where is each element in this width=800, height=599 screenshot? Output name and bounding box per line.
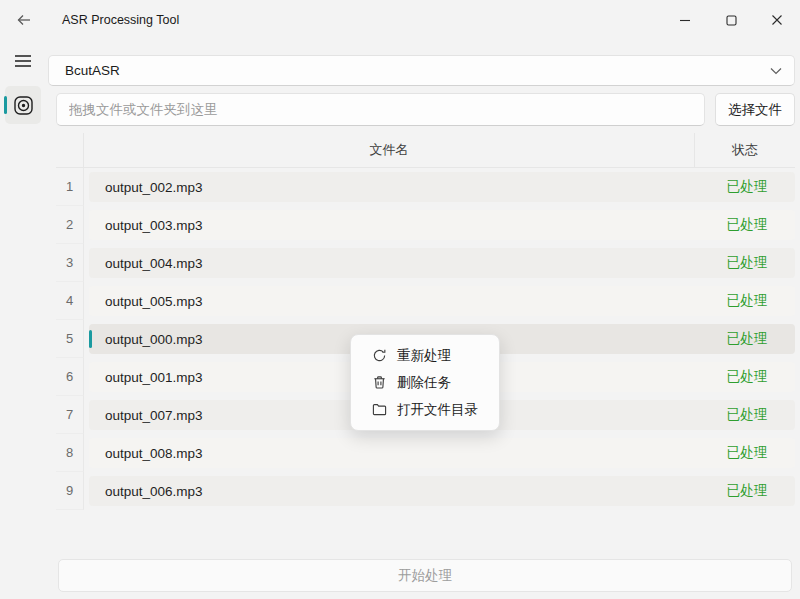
sidebar-item-asr[interactable] — [5, 86, 41, 124]
window-controls — [662, 0, 800, 40]
row-index: 7 — [56, 396, 84, 434]
row-index: 2 — [56, 206, 84, 244]
context-menu-label: 打开文件目录 — [397, 401, 478, 419]
row-filename: output_008.mp3 — [89, 446, 699, 461]
row-filename: output_003.mp3 — [89, 218, 699, 233]
titlebar: ASR Processing Tool — [0, 0, 800, 40]
close-icon — [771, 14, 783, 26]
header-index — [56, 133, 84, 167]
row-selected-pill — [89, 330, 92, 348]
status-badge: 已处理 — [699, 292, 795, 310]
open-folder-icon — [371, 402, 387, 418]
chevron-down-icon — [770, 67, 782, 75]
minimize-icon — [679, 14, 691, 26]
refresh-icon — [371, 348, 387, 364]
row-index: 3 — [56, 244, 84, 282]
context-menu: 重新处理 删除任务 打开文件目录 — [350, 334, 500, 431]
status-badge: 已处理 — [699, 254, 795, 272]
status-badge: 已处理 — [699, 330, 795, 348]
back-button[interactable] — [8, 6, 40, 34]
maximize-button[interactable] — [708, 0, 754, 40]
status-badge: 已处理 — [699, 406, 795, 424]
row-filename: output_002.mp3 — [89, 180, 699, 195]
row-index: 1 — [56, 168, 84, 206]
row-index: 6 — [56, 358, 84, 396]
file-drop-row: 选择文件 — [56, 93, 795, 126]
table-row[interactable]: 3 output_004.mp3 已处理 — [56, 244, 795, 282]
context-menu-item-open-folder[interactable]: 打开文件目录 — [351, 396, 499, 423]
context-menu-item-reprocess[interactable]: 重新处理 — [351, 342, 499, 369]
context-menu-label: 删除任务 — [397, 374, 451, 392]
header-status: 状态 — [695, 133, 795, 167]
close-button[interactable] — [754, 0, 800, 40]
main-content: BcutASR 选择文件 文件名 状态 1 output_002.mp3 已处理… — [48, 40, 800, 599]
row-filename: output_005.mp3 — [89, 294, 699, 309]
trash-icon — [371, 375, 387, 391]
context-menu-item-delete[interactable]: 删除任务 — [351, 369, 499, 396]
file-table: 文件名 状态 1 output_002.mp3 已处理 2 output_003… — [56, 133, 795, 510]
minimize-button[interactable] — [662, 0, 708, 40]
row-index: 8 — [56, 434, 84, 472]
engine-select[interactable]: BcutASR — [48, 55, 795, 86]
status-badge: 已处理 — [699, 178, 795, 196]
table-header: 文件名 状态 — [56, 133, 795, 168]
table-row[interactable]: 9 output_006.mp3 已处理 — [56, 472, 795, 510]
status-badge: 已处理 — [699, 216, 795, 234]
status-badge: 已处理 — [699, 482, 795, 500]
window-title: ASR Processing Tool — [62, 13, 179, 27]
row-index: 9 — [56, 472, 84, 510]
row-index: 4 — [56, 282, 84, 320]
start-processing-button[interactable]: 开始处理 — [58, 559, 792, 592]
record-icon — [13, 95, 34, 116]
table-row[interactable]: 1 output_002.mp3 已处理 — [56, 168, 795, 206]
row-filename: output_006.mp3 — [89, 484, 699, 499]
table-row[interactable]: 4 output_005.mp3 已处理 — [56, 282, 795, 320]
row-index: 5 — [56, 320, 84, 358]
selected-indicator — [4, 96, 7, 114]
table-row[interactable]: 2 output_003.mp3 已处理 — [56, 206, 795, 244]
row-filename: output_004.mp3 — [89, 256, 699, 271]
nav-menu-button[interactable] — [6, 46, 40, 76]
context-menu-label: 重新处理 — [397, 347, 451, 365]
header-filename: 文件名 — [84, 133, 695, 167]
table-row[interactable]: 8 output_008.mp3 已处理 — [56, 434, 795, 472]
status-badge: 已处理 — [699, 368, 795, 386]
status-badge: 已处理 — [699, 444, 795, 462]
maximize-icon — [726, 15, 737, 26]
sidebar — [0, 40, 46, 599]
choose-file-button[interactable]: 选择文件 — [715, 93, 795, 126]
menu-icon — [14, 54, 32, 68]
back-icon — [16, 12, 32, 28]
file-drop-input[interactable] — [56, 93, 705, 126]
engine-select-value: BcutASR — [65, 63, 120, 78]
